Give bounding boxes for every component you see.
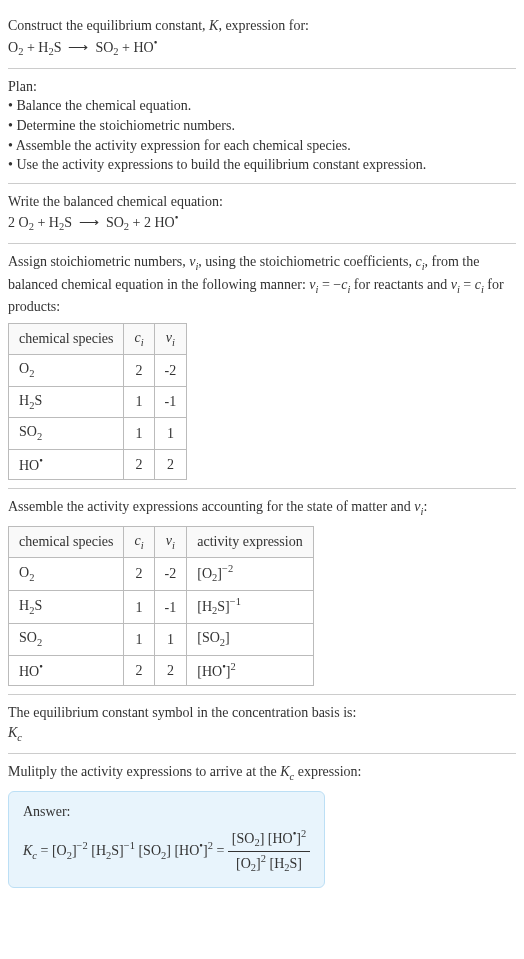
table-row: HO• 2 2 [9,449,187,479]
symbol-value: Kc [8,723,516,745]
table-cell: 2 [154,655,187,685]
table-header: activity expression [187,526,313,557]
construct-equation: O2 + H2S ⟶ SO2 + HO• [8,36,516,60]
table-cell: 2 [124,655,154,685]
table-header: ci [124,324,154,355]
fraction: [SO2] [HO•]2 [O2]2 [H2S] [228,827,310,876]
k-symbol: K [209,18,218,33]
balanced-heading: Write the balanced chemical equation: [8,192,516,212]
table-cell: -1 [154,386,187,417]
answer-label: Answer: [23,802,310,822]
plan-item: • Use the activity expressions to build … [8,155,516,175]
table-cell: SO2 [9,418,124,449]
fraction-denominator: [O2]2 [H2S] [228,852,310,876]
table-cell: [H2S]−1 [187,591,313,624]
table-cell: SO2 [9,624,124,655]
section-assign: Assign stoichiometric numbers, νi, using… [8,244,516,489]
table-cell: -2 [154,355,187,386]
table-cell: 2 [154,449,187,479]
construct-heading: Construct the equilibrium constant, K, e… [8,16,516,36]
answer-box: Answer: Kc = [O2]−2 [H2S]−1 [SO2] [HO•]2… [8,791,325,888]
table-header: νi [154,324,187,355]
table-cell: 2 [124,449,154,479]
plan-item: • Determine the stoichiometric numbers. [8,116,516,136]
section-construct: Construct the equilibrium constant, K, e… [8,8,516,69]
fraction-numerator: [SO2] [HO•]2 [228,827,310,852]
table-cell: -1 [154,591,187,624]
table-cell: 1 [124,624,154,655]
table-row: O2 2 -2 [9,355,187,386]
table-cell: -2 [154,558,187,591]
table-cell: [HO•]2 [187,655,313,685]
table-cell: O2 [9,355,124,386]
table-cell: O2 [9,558,124,591]
multiply-heading: Mulitply the activity expressions to arr… [8,762,516,784]
table-header: νi [154,526,187,557]
table-cell: HO• [9,655,124,685]
assign-table: chemical species ci νi O2 2 -2 H2S 1 -1 … [8,323,187,480]
answer-equation: Kc = [O2]−2 [H2S]−1 [SO2] [HO•]2 = [SO2]… [23,827,310,876]
table-cell: [SO2] [187,624,313,655]
section-activity: Assemble the activity expressions accoun… [8,489,516,695]
activity-heading: Assemble the activity expressions accoun… [8,497,516,519]
table-row: chemical species ci νi activity expressi… [9,526,314,557]
table-row: HO• 2 2 [HO•]2 [9,655,314,685]
table-header: chemical species [9,324,124,355]
table-header: ci [124,526,154,557]
assign-heading: Assign stoichiometric numbers, νi, using… [8,252,516,317]
table-row: O2 2 -2 [O2]−2 [9,558,314,591]
table-cell: 1 [124,591,154,624]
plan-item: • Assemble the activity expression for e… [8,136,516,156]
section-balanced: Write the balanced chemical equation: 2 … [8,184,516,245]
section-multiply: Mulitply the activity expressions to arr… [8,754,516,895]
table-cell: H2S [9,386,124,417]
section-symbol: The equilibrium constant symbol in the c… [8,695,516,754]
plan-item: • Balance the chemical equation. [8,96,516,116]
table-cell: 1 [124,418,154,449]
table-row: SO2 1 1 [SO2] [9,624,314,655]
table-row: chemical species ci νi [9,324,187,355]
table-cell: 2 [124,355,154,386]
table-row: H2S 1 -1 [9,386,187,417]
balanced-equation: 2 O2 + H2S ⟶ SO2 + 2 HO• [8,211,516,235]
table-cell: H2S [9,591,124,624]
table-cell: 1 [154,418,187,449]
section-plan: Plan: • Balance the chemical equation. •… [8,69,516,184]
activity-table: chemical species ci νi activity expressi… [8,526,314,687]
table-cell: 2 [124,558,154,591]
table-cell: [O2]−2 [187,558,313,591]
table-row: H2S 1 -1 [H2S]−1 [9,591,314,624]
table-header: chemical species [9,526,124,557]
table-cell: HO• [9,449,124,479]
table-row: SO2 1 1 [9,418,187,449]
plan-heading: Plan: [8,77,516,97]
symbol-heading: The equilibrium constant symbol in the c… [8,703,516,723]
table-cell: 1 [124,386,154,417]
table-cell: 1 [154,624,187,655]
